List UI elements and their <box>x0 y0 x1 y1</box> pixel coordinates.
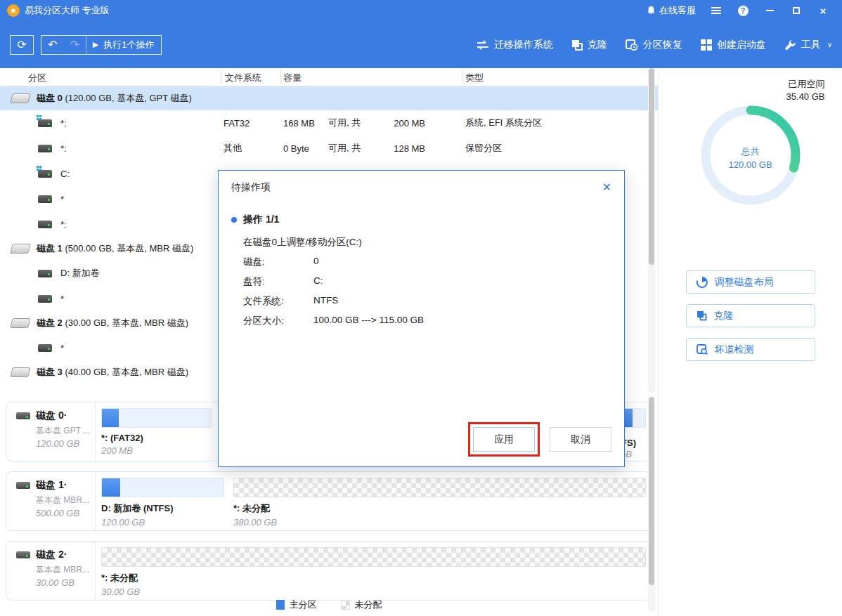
partition-label: *: <box>60 118 67 129</box>
dialog-title: 待操作项 <box>231 181 271 194</box>
partition-icon <box>38 295 52 303</box>
partition-block-unallocated[interactable]: *: 未分配 380.00 GB <box>233 478 646 527</box>
column-header-capacity[interactable]: 容量 <box>283 72 302 84</box>
partition-label: *: <box>60 143 67 154</box>
execute-operations-label: 执行1个操作 <box>103 39 154 51</box>
cell-available-label: 可用, 共 <box>328 142 361 155</box>
operations-button-group: ↶ ↷ ▶ 执行1个操作 <box>41 35 162 55</box>
adjust-disk-layout-button[interactable]: 调整磁盘布局 <box>686 270 815 294</box>
field-drive-letter-label: 盘符: <box>243 275 313 288</box>
apply-button[interactable]: 应用 <box>473 427 535 452</box>
redo-button[interactable]: ↷ <box>63 35 86 55</box>
system-partition-icon <box>38 170 52 178</box>
total-label: 总共 <box>693 145 808 158</box>
disk2-card[interactable]: 磁盘 2· 基本盘 MBR... 30.00 GB *: 未分配 30.00 G… <box>6 541 651 601</box>
wrench-icon <box>784 39 796 51</box>
disk0-card-size: 120.00 GB <box>36 438 95 449</box>
disk1-name: 磁盘 1 <box>37 242 63 255</box>
system-partition-icon <box>38 119 52 127</box>
redo-icon: ↷ <box>70 38 79 51</box>
column-header-partition[interactable]: 分区 <box>28 72 46 84</box>
tools-menu-label: 工具 <box>801 39 821 51</box>
clone-button[interactable]: 克隆 <box>571 39 607 51</box>
diskmap-scrollbar-thumb[interactable] <box>649 397 654 585</box>
dialog-close-icon[interactable]: ✕ <box>602 181 611 194</box>
cell-available: 0 Byte <box>283 143 309 154</box>
table-scrollbar[interactable] <box>648 68 655 393</box>
table-row-partition-reserved[interactable]: *: 其他 0 Byte 可用, 共 128 MB 保留分区 <box>0 136 658 161</box>
disk1-card-size: 500.00 GB <box>36 508 95 518</box>
table-row-partition-efi[interactable]: *: FAT32 168 MB 可用, 共 200 MB 系统, EFI 系统分… <box>0 110 658 136</box>
maximize-button[interactable] <box>784 0 808 21</box>
operation-bullet-icon <box>231 217 237 223</box>
disk-icon <box>16 482 30 489</box>
refresh-button[interactable]: ⟳ <box>10 35 34 55</box>
partition-block-unallocated[interactable]: *: 未分配 30.00 GB <box>101 547 646 596</box>
clone-icon <box>571 39 583 51</box>
field-partition-size-value: 100.00 GB ---> 115.00 GB <box>313 315 424 327</box>
column-header-filesystem[interactable]: 文件系统 <box>225 72 261 84</box>
disk2-card-info: 磁盘 2· 基本盘 MBR... 30.00 GB <box>6 542 96 600</box>
table-header: 分区 文件系统 容量 类型 <box>0 68 658 86</box>
column-header-type[interactable]: 类型 <box>465 72 484 84</box>
minimize-button[interactable] <box>758 0 782 21</box>
cell-type: 系统, EFI 系统分区 <box>465 117 542 129</box>
table-row-disk0[interactable]: 磁盘 0 (120.00 GB, 基本盘, GPT 磁盘) <box>0 86 658 110</box>
clone-side-label: 克隆 <box>714 310 734 322</box>
help-button[interactable]: ? <box>731 0 755 21</box>
chevron-down-icon: ∨ <box>827 41 832 48</box>
undo-button[interactable]: ↶ <box>41 35 63 55</box>
refresh-icon: ⟳ <box>17 38 26 51</box>
partition-block-label: *: 未分配 <box>101 572 646 584</box>
app-window: ★ 易我分区大师 专业版 在线客服 ? × ⟳ <box>0 0 842 616</box>
app-logo-icon: ★ <box>7 4 20 17</box>
create-bootable-disk-label: 创建启动盘 <box>717 39 766 51</box>
partition-block-d[interactable]: D: 新加卷 (NTFS) 120.00 GB <box>101 478 224 527</box>
used-space-label: 已用空间 <box>786 78 825 91</box>
partition-block-fat32[interactable]: *: (FAT32) 200 MB <box>101 408 212 457</box>
partition-label: * <box>60 294 64 304</box>
operation-counter: 操作 1/1 <box>243 214 279 226</box>
adjust-layout-icon <box>697 277 708 288</box>
disk2-card-size: 30.00 GB <box>36 577 95 588</box>
disk1-card-info: 磁盘 1· 基本盘 MBR... 500.00 GB <box>6 472 96 530</box>
table-scrollbar-thumb[interactable] <box>649 68 654 265</box>
diskmap-scrollbar[interactable] <box>648 397 655 612</box>
bad-sector-check-button[interactable]: 坏道检测 <box>686 338 815 361</box>
close-button[interactable]: × <box>811 0 835 21</box>
disk1-info: (500.00 GB, 基本盘, MBR 磁盘) <box>65 242 193 255</box>
disk-icon <box>11 93 30 103</box>
maximize-icon <box>793 7 800 14</box>
cell-type: 保留分区 <box>465 142 502 155</box>
disk1-card-name: 磁盘 1· <box>36 479 67 492</box>
field-partition-size-label: 分区大小: <box>243 315 313 327</box>
minimize-icon <box>766 10 774 11</box>
partition-block-size: 380.00 GB <box>233 517 646 527</box>
menu-list-button[interactable] <box>704 0 728 21</box>
disk2-card-type: 基本盘 MBR... <box>36 564 95 576</box>
clone-side-button[interactable]: 克隆 <box>686 304 815 327</box>
cell-available-label: 可用, 共 <box>328 117 361 129</box>
execute-operations-button[interactable]: ▶ 执行1个操作 <box>86 35 161 55</box>
cancel-button[interactable]: 取消 <box>550 427 611 452</box>
field-filesystem-label: 文件系统: <box>243 295 313 308</box>
partition-recovery-button[interactable]: 分区恢复 <box>626 39 682 51</box>
title-bar: ★ 易我分区大师 专业版 在线客服 ? × <box>0 0 842 21</box>
unallocated-swatch <box>341 601 350 610</box>
disk2-card-name: 磁盘 2· <box>36 549 67 561</box>
operation-details: 磁盘:0 盘符:C: 文件系统:NTFS 分区大小:100.00 GB --->… <box>243 256 624 327</box>
disk1-card-type: 基本盘 MBR... <box>36 494 95 506</box>
create-bootable-disk-button[interactable]: 创建启动盘 <box>701 39 766 51</box>
cell-total: 200 MB <box>376 118 425 129</box>
partition-label: C: <box>60 169 70 179</box>
online-support-button[interactable]: 在线客服 <box>641 0 701 21</box>
online-support-label: 在线客服 <box>659 4 696 17</box>
partition-label: D: 新加卷 <box>60 267 100 280</box>
migrate-os-button[interactable]: 迁移操作系统 <box>477 39 553 51</box>
play-icon: ▶ <box>93 40 98 49</box>
tools-menu-button[interactable]: 工具 ∨ <box>784 39 832 51</box>
disk0-name: 磁盘 0 <box>37 92 63 105</box>
disk2-info: (30.00 GB, 基本盘, MBR 磁盘) <box>65 317 188 329</box>
disk1-card[interactable]: 磁盘 1· 基本盘 MBR... 500.00 GB D: 新加卷 (NTFS)… <box>6 471 651 531</box>
field-filesystem-value: NTFS <box>313 295 338 308</box>
